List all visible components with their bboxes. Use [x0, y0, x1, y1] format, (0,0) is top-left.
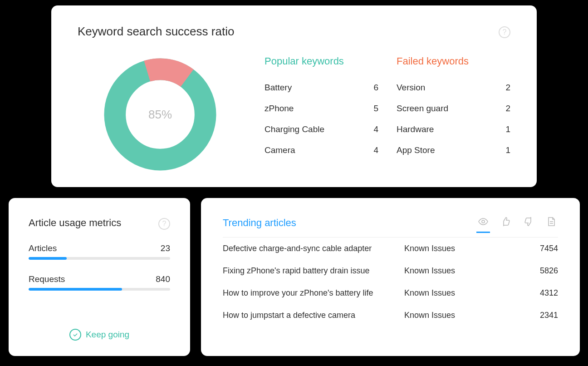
- keyword-row: zPhone 5: [265, 98, 378, 119]
- keyword-count: 4: [373, 145, 378, 155]
- eye-icon: [478, 216, 489, 229]
- keyword-label: Charging Cable: [265, 124, 324, 134]
- failed-keywords-title: Failed keywords: [397, 55, 510, 67]
- keyword-label: App Store: [397, 145, 435, 155]
- article-category: Known Issues: [404, 244, 522, 253]
- check-circle-icon: [69, 329, 81, 341]
- article-category: Known Issues: [404, 288, 522, 298]
- metric-value: 23: [161, 243, 170, 253]
- article-title: Defective charge-and-sync cable adapter: [223, 244, 404, 253]
- metric-requests: Requests 840: [29, 274, 170, 291]
- keyword-row: Battery 6: [265, 77, 378, 98]
- keyword-count: 4: [373, 124, 378, 134]
- article-usage-card: Article usage metrics ? Articles 23 Requ…: [9, 198, 190, 356]
- likes-tab[interactable]: [499, 216, 513, 233]
- keyword-count: 2: [505, 83, 510, 93]
- metric-articles: Articles 23: [29, 243, 170, 260]
- keyword-label: Hardware: [397, 124, 434, 134]
- keyword-row: Screen guard 2: [397, 98, 510, 119]
- keyword-row: Hardware 1: [397, 119, 510, 140]
- article-category: Known Issues: [404, 311, 522, 320]
- trending-row[interactable]: Fixing zPhone's rapid battery drain issu…: [223, 260, 558, 282]
- dislikes-tab[interactable]: [522, 216, 535, 233]
- help-icon[interactable]: ?: [158, 218, 170, 230]
- metric-label: Articles: [29, 243, 57, 253]
- article-count: 4312: [522, 288, 558, 298]
- progress-fill: [29, 257, 67, 260]
- document-icon: [546, 216, 557, 229]
- donut-chart: 85%: [101, 55, 219, 173]
- metric-value: 840: [156, 274, 170, 284]
- status-label: Keep going: [86, 330, 129, 340]
- keyword-count: 5: [373, 104, 378, 114]
- article-count: 2341: [522, 311, 558, 320]
- article-count: 7454: [522, 244, 558, 253]
- keyword-search-card: Keyword search success ratio ? 85% Popul…: [51, 5, 537, 187]
- donut-percent-label: 85%: [101, 55, 219, 173]
- metric-tabs: [476, 216, 558, 233]
- views-tab[interactable]: [476, 216, 490, 233]
- card-title: Keyword search success ratio: [78, 25, 510, 39]
- article-count: 5826: [522, 266, 558, 276]
- card-title: Article usage metrics: [29, 217, 170, 229]
- article-category: Known Issues: [404, 266, 522, 276]
- metric-label: Requests: [29, 274, 65, 284]
- keyword-label: Camera: [265, 145, 295, 155]
- help-icon[interactable]: ?: [499, 26, 510, 38]
- document-tab[interactable]: [544, 216, 558, 233]
- status-indicator: Keep going: [9, 329, 190, 341]
- keyword-row: App Store 1: [397, 140, 510, 161]
- trending-row[interactable]: Defective charge-and-sync cable adapter …: [223, 237, 558, 260]
- thumbs-up-icon: [500, 216, 511, 229]
- progress-fill: [29, 288, 122, 291]
- trending-row[interactable]: How to jumpstart a defective camera Know…: [223, 304, 558, 326]
- keyword-count: 1: [505, 124, 510, 134]
- svg-point-2: [482, 220, 485, 223]
- keyword-label: zPhone: [265, 104, 294, 114]
- trending-row[interactable]: How to improve your zPhone's battery lif…: [223, 282, 558, 304]
- popular-keywords-column: Popular keywords Battery 6 zPhone 5 Char…: [265, 55, 378, 161]
- article-title: How to improve your zPhone's battery lif…: [223, 288, 404, 298]
- failed-keywords-column: Failed keywords Version 2 Screen guard 2…: [397, 55, 510, 161]
- keyword-label: Version: [397, 83, 425, 93]
- popular-keywords-title: Popular keywords: [265, 55, 378, 67]
- article-title: Fixing zPhone's rapid battery drain issu…: [223, 266, 404, 276]
- progress-track: [29, 257, 170, 260]
- keyword-count: 6: [373, 83, 378, 93]
- article-title: How to jumpstart a defective camera: [223, 311, 404, 320]
- keyword-row: Charging Cable 4: [265, 119, 378, 140]
- keyword-count: 1: [505, 145, 510, 155]
- progress-track: [29, 288, 170, 291]
- thumbs-down-icon: [523, 216, 534, 229]
- keyword-columns: Popular keywords Battery 6 zPhone 5 Char…: [265, 55, 510, 161]
- keyword-row: Version 2: [397, 77, 510, 98]
- keyword-row: Camera 4: [265, 140, 378, 161]
- keyword-label: Screen guard: [397, 104, 448, 114]
- trending-articles-card: Trending articles Defective charge-and-s…: [201, 198, 580, 356]
- keyword-count: 2: [505, 104, 510, 114]
- keyword-label: Battery: [265, 83, 292, 93]
